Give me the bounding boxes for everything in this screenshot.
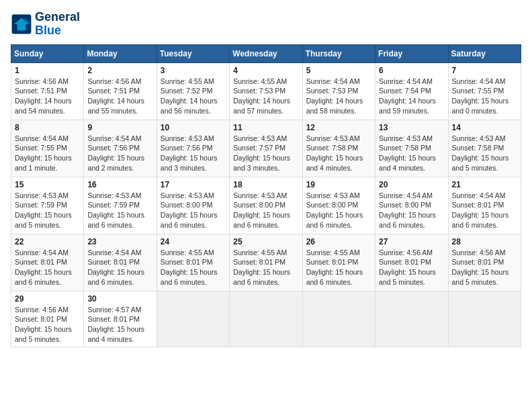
calendar-header-tuesday: Tuesday bbox=[157, 44, 229, 62]
calendar-cell: 7 Sunrise: 4:54 AMSunset: 7:55 PMDayligh… bbox=[448, 62, 521, 120]
day-number: 13 bbox=[379, 123, 444, 132]
day-info: Sunrise: 4:54 AMSunset: 8:01 PMDaylight:… bbox=[15, 248, 80, 287]
day-info: Sunrise: 4:53 AMSunset: 8:00 PMDaylight:… bbox=[161, 191, 226, 230]
day-info: Sunrise: 4:54 AMSunset: 7:55 PMDaylight:… bbox=[452, 77, 517, 116]
logo-text: General Blue bbox=[35, 11, 80, 38]
day-number: 24 bbox=[161, 237, 226, 246]
day-info: Sunrise: 4:53 AMSunset: 7:59 PMDaylight:… bbox=[87, 191, 152, 230]
day-info: Sunrise: 4:56 AMSunset: 7:51 PMDaylight:… bbox=[15, 77, 80, 116]
day-number: 2 bbox=[87, 66, 152, 75]
day-number: 5 bbox=[306, 66, 371, 75]
calendar-cell: 3 Sunrise: 4:55 AMSunset: 7:52 PMDayligh… bbox=[157, 62, 229, 120]
day-info: Sunrise: 4:53 AMSunset: 7:58 PMDaylight:… bbox=[452, 134, 517, 173]
day-info: Sunrise: 4:53 AMSunset: 7:58 PMDaylight:… bbox=[379, 134, 444, 173]
day-number: 20 bbox=[379, 180, 444, 189]
calendar-cell: 29 Sunrise: 4:56 AMSunset: 8:01 PMDaylig… bbox=[11, 291, 84, 347]
calendar-cell: 28 Sunrise: 4:56 AMSunset: 8:01 PMDaylig… bbox=[448, 234, 521, 291]
calendar-header-monday: Monday bbox=[84, 44, 157, 62]
day-number: 21 bbox=[452, 180, 517, 189]
day-number: 8 bbox=[15, 123, 80, 132]
calendar-cell: 14 Sunrise: 4:53 AMSunset: 7:58 PMDaylig… bbox=[448, 120, 521, 177]
calendar-cell: 23 Sunrise: 4:54 AMSunset: 8:01 PMDaylig… bbox=[84, 234, 157, 291]
day-number: 11 bbox=[233, 123, 298, 132]
day-info: Sunrise: 4:53 AMSunset: 8:00 PMDaylight:… bbox=[306, 191, 371, 230]
day-info: Sunrise: 4:55 AMSunset: 7:53 PMDaylight:… bbox=[233, 77, 298, 116]
calendar-cell: 2 Sunrise: 4:56 AMSunset: 7:51 PMDayligh… bbox=[84, 62, 157, 120]
calendar-cell: 4 Sunrise: 4:55 AMSunset: 7:53 PMDayligh… bbox=[230, 62, 302, 120]
day-info: Sunrise: 4:56 AMSunset: 7:51 PMDaylight:… bbox=[87, 77, 152, 116]
calendar-cell: 9 Sunrise: 4:54 AMSunset: 7:56 PMDayligh… bbox=[84, 120, 157, 177]
day-info: Sunrise: 4:55 AMSunset: 8:01 PMDaylight:… bbox=[233, 248, 298, 287]
day-info: Sunrise: 4:54 AMSunset: 8:00 PMDaylight:… bbox=[379, 191, 444, 230]
day-number: 1 bbox=[15, 66, 80, 75]
day-info: Sunrise: 4:53 AMSunset: 7:58 PMDaylight:… bbox=[306, 134, 371, 173]
logo: General Blue bbox=[11, 11, 80, 38]
day-info: Sunrise: 4:54 AMSunset: 7:53 PMDaylight:… bbox=[306, 77, 371, 116]
calendar-cell: 18 Sunrise: 4:53 AMSunset: 8:00 PMDaylig… bbox=[230, 177, 302, 234]
day-number: 7 bbox=[452, 66, 517, 75]
calendar-cell: 26 Sunrise: 4:55 AMSunset: 8:01 PMDaylig… bbox=[302, 234, 375, 291]
day-number: 29 bbox=[15, 294, 80, 304]
day-info: Sunrise: 4:54 AMSunset: 8:01 PMDaylight:… bbox=[87, 248, 152, 287]
calendar-header-sunday: Sunday bbox=[11, 44, 84, 62]
calendar-cell bbox=[375, 291, 448, 347]
day-number: 23 bbox=[87, 237, 152, 246]
day-info: Sunrise: 4:53 AMSunset: 8:00 PMDaylight:… bbox=[233, 191, 298, 230]
day-number: 9 bbox=[87, 123, 152, 132]
calendar-cell: 22 Sunrise: 4:54 AMSunset: 8:01 PMDaylig… bbox=[11, 234, 84, 291]
calendar-week-4: 22 Sunrise: 4:54 AMSunset: 8:01 PMDaylig… bbox=[11, 234, 521, 291]
calendar-week-3: 15 Sunrise: 4:53 AMSunset: 7:59 PMDaylig… bbox=[11, 177, 521, 234]
calendar-cell: 16 Sunrise: 4:53 AMSunset: 7:59 PMDaylig… bbox=[84, 177, 157, 234]
calendar-cell: 21 Sunrise: 4:54 AMSunset: 8:01 PMDaylig… bbox=[448, 177, 521, 234]
day-number: 14 bbox=[452, 123, 517, 132]
day-number: 12 bbox=[306, 123, 371, 132]
day-number: 30 bbox=[87, 294, 152, 304]
day-number: 28 bbox=[452, 237, 517, 246]
day-number: 4 bbox=[233, 66, 298, 75]
logo-icon bbox=[11, 13, 32, 35]
calendar-header-friday: Friday bbox=[375, 44, 448, 62]
calendar-cell: 27 Sunrise: 4:56 AMSunset: 8:01 PMDaylig… bbox=[375, 234, 448, 291]
calendar-cell: 13 Sunrise: 4:53 AMSunset: 7:58 PMDaylig… bbox=[375, 120, 448, 177]
calendar-cell: 19 Sunrise: 4:53 AMSunset: 8:00 PMDaylig… bbox=[302, 177, 375, 234]
calendar-header-row: SundayMondayTuesdayWednesdayThursdayFrid… bbox=[11, 44, 521, 62]
calendar-header-wednesday: Wednesday bbox=[230, 44, 302, 62]
day-info: Sunrise: 4:54 AMSunset: 7:54 PMDaylight:… bbox=[379, 77, 444, 116]
day-number: 19 bbox=[306, 180, 371, 189]
calendar-week-2: 8 Sunrise: 4:54 AMSunset: 7:55 PMDayligh… bbox=[11, 120, 521, 177]
day-info: Sunrise: 4:54 AMSunset: 8:01 PMDaylight:… bbox=[452, 191, 517, 230]
calendar-body: 1 Sunrise: 4:56 AMSunset: 7:51 PMDayligh… bbox=[11, 62, 521, 347]
day-info: Sunrise: 4:54 AMSunset: 7:55 PMDaylight:… bbox=[15, 134, 80, 173]
day-info: Sunrise: 4:56 AMSunset: 8:01 PMDaylight:… bbox=[452, 248, 517, 287]
day-number: 10 bbox=[161, 123, 226, 132]
calendar-header-thursday: Thursday bbox=[302, 44, 375, 62]
day-number: 6 bbox=[379, 66, 444, 75]
day-number: 18 bbox=[233, 180, 298, 189]
calendar-cell: 15 Sunrise: 4:53 AMSunset: 7:59 PMDaylig… bbox=[11, 177, 84, 234]
day-number: 26 bbox=[306, 237, 371, 246]
day-number: 16 bbox=[87, 180, 152, 189]
page-header: General Blue bbox=[11, 11, 521, 38]
day-number: 17 bbox=[161, 180, 226, 189]
day-info: Sunrise: 4:53 AMSunset: 7:59 PMDaylight:… bbox=[15, 191, 80, 230]
day-info: Sunrise: 4:55 AMSunset: 8:01 PMDaylight:… bbox=[306, 248, 371, 287]
day-info: Sunrise: 4:54 AMSunset: 7:56 PMDaylight:… bbox=[87, 134, 152, 173]
calendar-cell: 17 Sunrise: 4:53 AMSunset: 8:00 PMDaylig… bbox=[157, 177, 229, 234]
day-number: 27 bbox=[379, 237, 444, 246]
calendar-week-5: 29 Sunrise: 4:56 AMSunset: 8:01 PMDaylig… bbox=[11, 291, 521, 347]
calendar-header-saturday: Saturday bbox=[448, 44, 521, 62]
day-info: Sunrise: 4:56 AMSunset: 8:01 PMDaylight:… bbox=[379, 248, 444, 287]
calendar-cell: 5 Sunrise: 4:54 AMSunset: 7:53 PMDayligh… bbox=[302, 62, 375, 120]
calendar-cell: 30 Sunrise: 4:57 AMSunset: 8:01 PMDaylig… bbox=[84, 291, 157, 347]
calendar-cell bbox=[157, 291, 229, 347]
calendar-cell bbox=[448, 291, 521, 347]
day-number: 25 bbox=[233, 237, 298, 246]
day-info: Sunrise: 4:53 AMSunset: 7:56 PMDaylight:… bbox=[161, 134, 226, 173]
calendar-cell: 8 Sunrise: 4:54 AMSunset: 7:55 PMDayligh… bbox=[11, 120, 84, 177]
calendar-cell: 20 Sunrise: 4:54 AMSunset: 8:00 PMDaylig… bbox=[375, 177, 448, 234]
day-info: Sunrise: 4:53 AMSunset: 7:57 PMDaylight:… bbox=[233, 134, 298, 173]
day-number: 3 bbox=[161, 66, 226, 75]
day-number: 15 bbox=[15, 180, 80, 189]
calendar-cell: 24 Sunrise: 4:55 AMSunset: 8:01 PMDaylig… bbox=[157, 234, 229, 291]
calendar-cell: 12 Sunrise: 4:53 AMSunset: 7:58 PMDaylig… bbox=[302, 120, 375, 177]
